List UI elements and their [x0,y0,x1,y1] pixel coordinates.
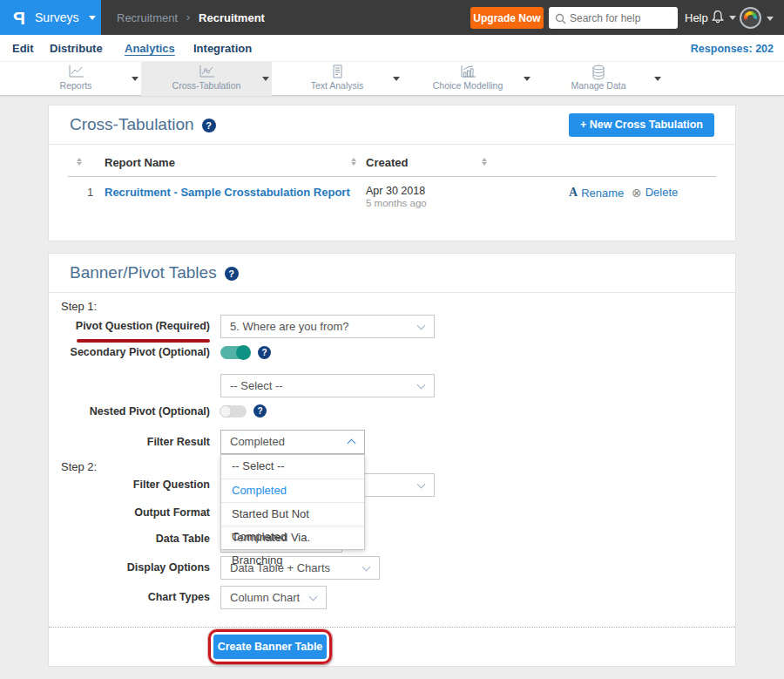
sort-icon[interactable] [351,158,356,166]
database-icon [533,65,664,80]
dropdown-option-selected[interactable]: Completed [221,479,364,502]
tab-label: Text Analysis [272,80,402,91]
column-header-created[interactable]: Created [366,156,408,169]
notifications-caret-icon[interactable] [729,16,736,20]
filter-result-label: Filter Result [49,430,210,454]
tab-text-analysis[interactable]: Text Analysis [272,62,402,96]
bar-line-chart-icon [402,65,533,80]
analytics-toolbar: Reports Cross-Tabulation Text Analysis C… [0,61,784,96]
chevron-down-icon [309,593,318,601]
tab-choice-modelling[interactable]: Choice Modelling [402,62,533,96]
new-cross-tabulation-button[interactable]: + New Cross Tabulation [569,113,714,137]
banner-pivot-panel: Banner/Pivot Tables ? Step 1: Pivot Ques… [48,253,736,667]
sort-icon[interactable] [482,158,487,166]
breadcrumb-current: Recruitment [199,11,265,24]
cross-tabulation-header: Cross-Tabulation ? + New Cross Tabulatio… [49,105,735,145]
rename-button[interactable]: A Rename [569,186,624,200]
app-window: P Surveys Recruitment › Recruitment Upgr… [0,0,784,679]
dropdown-option[interactable]: -- Select -- [221,455,364,479]
nav-item-distribute[interactable]: Distribute [50,42,103,55]
help-badge-icon[interactable]: ? [253,404,267,418]
chevron-down-icon [417,480,426,489]
account-caret-icon[interactable] [767,17,774,21]
chart-types-label: Chart Types [49,586,210,609]
annotation-underline [77,339,210,343]
toggle-knob [236,345,251,360]
tab-label: Reports [10,80,141,91]
search-input[interactable] [570,8,674,28]
report-link[interactable]: Recruitment - Sample Crosstabulation Rep… [105,186,350,199]
surveys-menu-label: Surveys [35,10,79,24]
avatar[interactable] [740,7,761,29]
line-chart-icon [10,65,141,80]
toggle-knob [220,405,232,418]
secondary-pivot-value: -- Select -- [230,379,283,392]
tab-caret-icon[interactable] [393,77,400,81]
filter-result-select[interactable]: Completed [220,430,365,454]
created-date: Apr 30 2018 [366,185,425,197]
pivot-question-select[interactable]: 5. Where are you from? [220,315,435,338]
chevron-down-icon [417,322,426,330]
tab-caret-icon[interactable] [132,77,139,81]
annotation-highlight-box: Create Banner Table [208,629,332,664]
help-search [549,7,678,29]
row-index: 1 [87,186,93,199]
breadcrumb-separator-icon: › [186,11,190,24]
filter-question-label: Filter Question [49,473,210,497]
help-badge-icon[interactable]: ? [225,267,239,281]
tab-reports[interactable]: Reports [10,62,141,96]
notifications-bell-icon[interactable] [710,10,726,28]
filter-result-value: Completed [230,435,285,448]
upgrade-now-button[interactable]: Upgrade Now [470,7,544,29]
nav-item-edit[interactable]: Edit [12,42,34,55]
nav-item-integration[interactable]: Integration [193,42,252,55]
tab-cross-tabulation[interactable]: Cross-Tabulation [141,62,272,96]
column-header-report-name[interactable]: Report Name [105,156,175,169]
display-options-label: Display Options [49,556,210,580]
topbar: P Surveys Recruitment › Recruitment Upgr… [0,0,784,35]
nested-pivot-label: Nested Pivot (Optional) [49,404,210,419]
output-format-label: Output Format [49,501,210,525]
responses-count[interactable]: Responses: 202 [691,43,774,55]
secondary-pivot-select[interactable]: -- Select -- [220,374,435,397]
document-icon [272,65,402,80]
section-title: Banner/Pivot Tables [70,263,217,282]
tab-label: Cross-Tabulation [141,80,272,91]
rename-icon: A [569,186,578,200]
secondary-pivot-toggle[interactable] [220,346,250,359]
chart-types-value: Column Chart [230,591,300,604]
tab-caret-icon[interactable] [524,77,531,81]
tab-caret-icon[interactable] [262,77,269,81]
dropdown-option[interactable]: Terminated Via. Branching [221,526,364,549]
help-badge-icon[interactable]: ? [258,346,271,359]
sort-icon[interactable] [77,158,82,166]
tab-label: Choice Modelling [402,80,533,91]
dropdown-option[interactable]: Started But Not Completed [221,502,364,526]
breadcrumb: Recruitment › Recruitment [117,0,265,35]
secondary-pivot-label: Secondary Pivot (Optional) [49,344,210,360]
help-link[interactable]: Help [685,11,708,24]
pivot-question-value: 5. Where are you from? [230,320,349,333]
search-icon [555,12,566,28]
tab-label: Manage Data [533,80,664,91]
tab-caret-icon[interactable] [654,77,661,81]
chart-types-select[interactable]: Column Chart [220,586,327,609]
chevron-down-icon [89,16,96,20]
create-banner-table-button[interactable]: Create Banner Table [213,635,327,659]
breadcrumb-parent[interactable]: Recruitment [117,11,178,24]
nav-item-analytics[interactable]: Analytics [125,42,175,55]
created-ago: 5 months ago [366,198,427,208]
banner-pivot-header: Banner/Pivot Tables ? [49,254,735,293]
data-table-label: Data Table [49,527,210,551]
rename-label: Rename [581,187,624,200]
surveys-menu[interactable]: P Surveys [0,0,101,35]
pivot-question-label: Pivot Question (Required) [49,315,210,338]
delete-button[interactable]: ⊗ Delete [632,186,678,199]
chevron-up-icon [348,439,356,448]
filter-result-dropdown: -- Select -- Completed Started But Not C… [220,454,365,550]
scatter-line-chart-icon [141,65,272,80]
nested-pivot-toggle[interactable] [220,405,247,418]
cross-tabulation-panel: Cross-Tabulation ? + New Cross Tabulatio… [48,105,736,241]
tab-manage-data[interactable]: Manage Data [533,62,664,96]
help-badge-icon[interactable]: ? [202,119,216,132]
